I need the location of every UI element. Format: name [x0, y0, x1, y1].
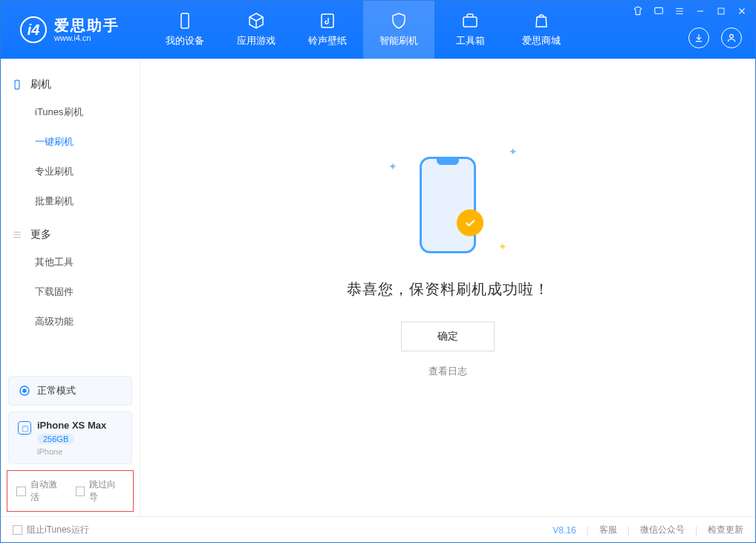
app-url: www.i4.cn: [54, 33, 120, 42]
separator: |: [695, 525, 697, 536]
ok-button[interactable]: 确定: [401, 322, 495, 351]
device-info: iPhone XS Max 256GB iPhone: [37, 420, 106, 456]
sidebar-group-title: 刷机: [30, 78, 51, 91]
sidebar-header-more[interactable]: 更多: [1, 222, 140, 247]
device-type: iPhone: [37, 447, 106, 456]
briefcase-icon: [461, 12, 479, 30]
svg-rect-6: [15, 80, 19, 89]
checkbox-label: 阻止iTunes运行: [27, 524, 89, 536]
bag-icon: [532, 12, 550, 30]
sidebar-item-itunes-flash[interactable]: iTunes刷机: [1, 97, 140, 127]
sidebar-group-title: 更多: [30, 228, 51, 241]
tab-label: 智能刷机: [379, 34, 418, 48]
sparkle-icon: ✦: [388, 160, 397, 172]
sidebar-header-flash[interactable]: 刷机: [1, 72, 140, 97]
maximize-button[interactable]: [715, 5, 727, 17]
menu-icon[interactable]: [674, 5, 685, 17]
separator: |: [628, 525, 630, 536]
content-area: 刷机 iTunes刷机 一键刷机 专业刷机 批量刷机 更多 其他工具 下载固件 …: [1, 59, 755, 516]
mode-label: 正常模式: [37, 384, 76, 397]
svg-rect-0: [181, 13, 189, 28]
phone-notch: [437, 159, 459, 165]
checkbox-label: 自动激活: [30, 478, 65, 504]
phone-icon: [176, 12, 194, 30]
svg-rect-3: [655, 7, 663, 13]
sidebar-item-advanced[interactable]: 高级功能: [1, 307, 140, 336]
close-button[interactable]: [736, 5, 748, 17]
check-badge-icon: [457, 209, 483, 236]
footer-link-wechat[interactable]: 微信公众号: [640, 524, 685, 536]
svg-rect-1: [322, 14, 333, 27]
checkbox-auto-activate[interactable]: 自动激活: [16, 478, 65, 504]
svg-point-5: [730, 34, 734, 38]
device-card[interactable]: ▢ iPhone XS Max 256GB iPhone: [8, 412, 132, 464]
checkbox-skip-guide[interactable]: 跳过向导: [76, 478, 125, 504]
tab-store[interactable]: 爱思商城: [506, 1, 577, 59]
checkbox-block-itunes[interactable]: 阻止iTunes运行: [13, 524, 89, 536]
tab-label: 工具箱: [456, 34, 485, 48]
main-panel: ✦ ✦ ✦ 恭喜您，保资料刷机成功啦！ 确定 查看日志: [140, 59, 755, 516]
window-controls: [632, 5, 748, 17]
footer-right: V8.16 | 客服 | 微信公众号 | 检查更新: [553, 524, 743, 536]
sidebar-bottom: 正常模式 ▢ iPhone XS Max 256GB iPhone 自动激活 跳…: [1, 376, 140, 516]
header-right-icons: [688, 27, 742, 48]
device-name: iPhone XS Max: [37, 420, 106, 431]
music-icon: [319, 12, 336, 30]
separator: |: [587, 525, 589, 536]
sidebar-item-other-tools[interactable]: 其他工具: [1, 247, 140, 277]
tab-toolbox[interactable]: 工具箱: [434, 1, 506, 59]
svg-rect-4: [718, 8, 724, 14]
tab-label: 我的设备: [166, 34, 204, 48]
feedback-icon[interactable]: [653, 5, 665, 17]
mode-icon: [18, 384, 31, 397]
tab-apps-games[interactable]: 应用游戏: [221, 1, 292, 59]
sidebar-item-batch-flash[interactable]: 批量刷机: [1, 186, 140, 216]
phone-icon: [420, 157, 476, 253]
list-icon: [11, 229, 23, 241]
minimize-button[interactable]: [694, 5, 706, 17]
checkbox-row: 自动激活 跳过向导: [7, 470, 134, 512]
sidebar-group-more: 更多 其他工具 下载固件 高级功能: [1, 222, 140, 336]
sidebar-item-download-firmware[interactable]: 下载固件: [1, 277, 140, 307]
footer-link-update[interactable]: 检查更新: [708, 524, 743, 536]
footer-link-support[interactable]: 客服: [599, 524, 617, 536]
device-small-icon: ▢: [18, 421, 31, 435]
version-label: V8.16: [553, 525, 576, 536]
cube-icon: [247, 12, 265, 30]
user-icon[interactable]: [721, 27, 742, 48]
checkbox-icon: [16, 487, 26, 496]
sidebar: 刷机 iTunes刷机 一键刷机 专业刷机 批量刷机 更多 其他工具 下载固件 …: [1, 59, 140, 516]
tab-label: 爱思商城: [522, 34, 561, 48]
tab-ringtone-wallpaper[interactable]: 铃声壁纸: [292, 1, 363, 59]
logo-area: i4 爱思助手 www.i4.cn: [1, 16, 149, 43]
sparkle-icon: ✦: [498, 241, 507, 253]
app-title: 爱思助手: [54, 17, 120, 33]
tab-my-device[interactable]: 我的设备: [149, 1, 221, 59]
shield-icon: [390, 12, 408, 30]
checkbox-icon: [76, 487, 85, 496]
sidebar-group-flash: 刷机 iTunes刷机 一键刷机 专业刷机 批量刷机: [1, 72, 140, 216]
logo-text: 爱思助手 www.i4.cn: [54, 17, 120, 42]
tab-smart-flash[interactable]: 智能刷机: [363, 1, 434, 59]
checkbox-icon: [13, 525, 22, 535]
mode-card[interactable]: 正常模式: [8, 376, 132, 406]
sidebar-item-oneclick-flash[interactable]: 一键刷机: [1, 127, 140, 157]
success-title: 恭喜您，保资料刷机成功啦！: [347, 279, 550, 299]
checkbox-label: 跳过向导: [89, 478, 124, 504]
footer: 阻止iTunes运行 V8.16 | 客服 | 微信公众号 | 检查更新: [1, 516, 755, 543]
device-icon: [11, 79, 23, 91]
nav-tabs: 我的设备 应用游戏 铃声壁纸 智能刷机 工具箱 爱思商城: [149, 1, 577, 59]
svg-point-8: [23, 389, 26, 392]
logo-icon: i4: [20, 16, 47, 43]
view-log-link[interactable]: 查看日志: [428, 365, 467, 378]
device-storage-badge: 256GB: [37, 434, 74, 444]
skin-icon[interactable]: [632, 5, 644, 17]
tab-label: 铃声壁纸: [308, 34, 347, 48]
success-illustration: ✦ ✦ ✦: [374, 153, 522, 257]
download-icon[interactable]: [688, 27, 709, 48]
sparkle-icon: ✦: [509, 146, 518, 157]
app-header: i4 爱思助手 www.i4.cn 我的设备 应用游戏 铃声壁纸 智能刷机 工具…: [1, 1, 755, 59]
tab-label: 应用游戏: [237, 34, 276, 48]
sidebar-item-pro-flash[interactable]: 专业刷机: [1, 157, 140, 186]
svg-rect-2: [463, 17, 477, 27]
